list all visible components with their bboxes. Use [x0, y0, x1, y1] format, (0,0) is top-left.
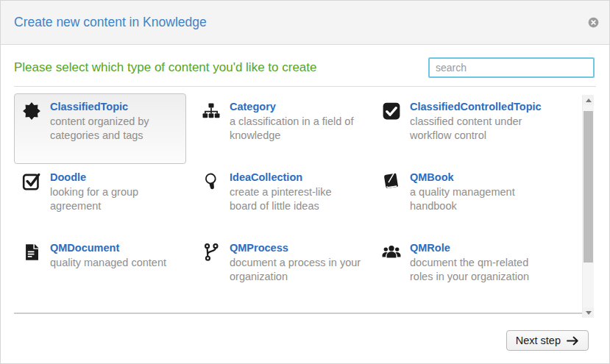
- tile-qmrole[interactable]: QMRole document the qm-related roles in …: [374, 235, 575, 305]
- book-icon: [382, 172, 401, 191]
- content-type-description: content organized by categories and tags: [50, 115, 181, 143]
- content-type-description: document the qm-related roles in your or…: [410, 256, 545, 284]
- selector-prompt: Please select which type of content you'…: [14, 60, 316, 75]
- content-type-label[interactable]: Doodle: [50, 171, 181, 183]
- content-type-label[interactable]: IdeaCollection: [230, 171, 361, 183]
- check-square-solid-icon: [382, 101, 401, 121]
- document-icon: [22, 243, 41, 262]
- sitemap-icon: [202, 101, 221, 121]
- dialog-title: Create new content in Knowledge: [14, 15, 207, 30]
- seal-icon: [22, 101, 41, 121]
- content-type-label[interactable]: QMProcess: [230, 242, 361, 254]
- content-type-list: ClassifiedTopic content organized by cat…: [14, 92, 583, 314]
- content-type-description: looking for a group agreement: [50, 185, 181, 213]
- content-type-label[interactable]: ClassifiedControlledTopic: [410, 101, 545, 113]
- scrollbar[interactable]: [582, 95, 594, 318]
- content-type-description: a quality management handbook: [410, 185, 545, 213]
- create-content-dialog: Create new content in Knowledge Please s…: [0, 0, 610, 364]
- scroll-down-icon[interactable]: [583, 307, 594, 318]
- content-type-label[interactable]: QMDocument: [50, 242, 166, 254]
- dialog-header: Create new content in Knowledge: [1, 1, 609, 45]
- next-step-label: Next step: [516, 335, 561, 346]
- content-type-description: classified content under workflow contro…: [410, 115, 545, 143]
- tile-classifiedcontrolledtopic[interactable]: ClassifiedControlledTopic classified con…: [374, 93, 575, 164]
- selector-header: Please select which type of content you'…: [14, 45, 596, 87]
- content-type-description: document a process in your organization: [230, 256, 361, 284]
- content-type-label[interactable]: QMRole: [410, 242, 545, 254]
- search-input[interactable]: [428, 57, 595, 78]
- content-type-label[interactable]: ClassifiedTopic: [50, 101, 181, 113]
- content-type-description: quality managed content: [50, 256, 166, 270]
- lightbulb-icon: [202, 172, 221, 191]
- content-type-label[interactable]: QMBook: [410, 171, 545, 183]
- users-icon: [382, 243, 401, 262]
- check-square-outline-icon: [22, 172, 41, 191]
- scroll-up-icon[interactable]: [583, 95, 594, 105]
- tile-qmbook[interactable]: QMBook a quality management handbook: [374, 164, 575, 235]
- content-type-description: create a pinterest-like board of little …: [230, 185, 361, 213]
- fork-icon: [202, 243, 221, 262]
- tile-qmprocess[interactable]: QMProcess document a process in your org…: [194, 235, 366, 305]
- content-type-grid: ClassifiedTopic content organized by cat…: [14, 92, 583, 313]
- scrollbar-thumb[interactable]: [584, 111, 593, 263]
- content-type-label[interactable]: Category: [230, 101, 361, 113]
- tile-ideacollection[interactable]: IdeaCollection create a pinterest-like b…: [194, 164, 366, 235]
- tile-category[interactable]: Category a classification in a field of …: [194, 93, 366, 164]
- tile-doodle[interactable]: Doodle looking for a group agreement: [14, 164, 186, 235]
- content-type-description: a classification in a field of knowledge: [230, 115, 361, 143]
- tile-classifiedtopic[interactable]: ClassifiedTopic content organized by cat…: [14, 93, 186, 164]
- next-step-button[interactable]: Next step: [506, 330, 589, 351]
- tile-qmdocument[interactable]: QMDocument quality managed content: [14, 235, 186, 305]
- arrow-right-icon: [567, 336, 579, 346]
- close-icon[interactable]: [588, 17, 599, 28]
